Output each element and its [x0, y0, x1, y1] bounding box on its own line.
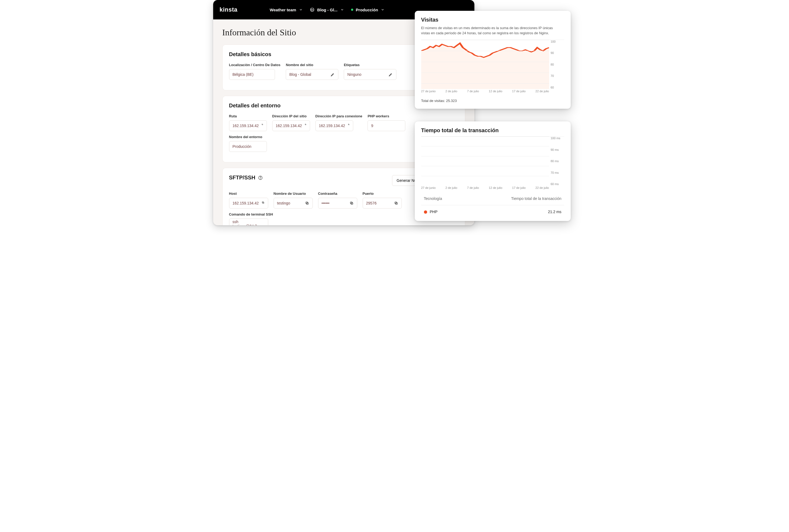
xtick: 27 de junio: [421, 186, 436, 192]
pencil-icon[interactable]: [331, 72, 335, 77]
xtick: 2 de julio: [446, 90, 457, 95]
tags-field[interactable]: Ninguno: [344, 69, 396, 80]
ytick: 70 ms: [551, 171, 564, 174]
tags-value: Ninguno: [347, 72, 361, 77]
env-selector-label: Producción: [356, 7, 378, 12]
xtick: 17 de julio: [512, 186, 526, 192]
ytick: 70: [551, 74, 564, 77]
xtick: 17 de julio: [512, 90, 526, 95]
row-name: PHP: [430, 210, 438, 214]
transaction-table-row: PHP 21.2 ms: [421, 205, 564, 215]
connip-field: 162.159.134.42: [316, 120, 353, 131]
ytick: 90: [551, 51, 564, 55]
chevron-down-icon: [299, 8, 303, 12]
transaction-title: Tiempo total de la transacción: [421, 127, 564, 134]
env-selector[interactable]: Producción: [351, 7, 385, 12]
legend-swatch-icon: [424, 210, 427, 214]
connip-label: Dirección IP para conexione: [316, 114, 362, 118]
visits-yaxis: 10090807060: [551, 40, 564, 89]
xtick: 7 de julio: [467, 90, 479, 95]
user-value: testingo: [277, 201, 290, 205]
sshcmd-field: ssh testingo@34.7...: [229, 218, 268, 225]
host-label: Host: [229, 192, 268, 195]
copy-icon[interactable]: [350, 201, 354, 205]
copy-icon[interactable]: [305, 124, 306, 128]
copy-icon[interactable]: [394, 201, 398, 205]
workers-label: PHP workers: [368, 114, 405, 118]
team-selector-label: Weather team: [270, 7, 296, 12]
panel-transaction: Tiempo total de la transacción 100 ms90 …: [415, 121, 571, 221]
svg-point-8: [260, 178, 261, 179]
ytick: 60: [551, 86, 564, 89]
copy-icon[interactable]: [261, 201, 265, 205]
tags-label: Etiquetas: [344, 63, 396, 67]
connip-value: 162.159.134.42: [319, 124, 345, 128]
user-label: Nombre de Usuario: [274, 192, 313, 195]
sshcmd-label: Comando de terminal SSH: [229, 212, 273, 216]
pass-value: ••••••: [322, 201, 330, 205]
sitename-label: Nombre del sitio: [286, 63, 338, 67]
xtick: 22 de julio: [536, 186, 549, 192]
user-field: testingo: [274, 198, 313, 209]
envname-field: Producción: [229, 141, 267, 152]
siteip-value: 162.159.134.42: [276, 124, 302, 128]
chevron-down-icon: [381, 8, 384, 12]
ytick: 80: [551, 63, 564, 66]
visits-xaxis: 27 de junio2 de julio7 de julio12 de jul…: [421, 90, 549, 95]
transaction-table-header: Tecnología Tiempo total de la transacció…: [421, 192, 564, 205]
transaction-bars: [421, 136, 549, 186]
col-time: Tiempo total de la transacción: [511, 196, 561, 201]
panel-visits: Visitas El número de visitas en un mes d…: [415, 11, 571, 109]
xtick: 12 de julio: [489, 90, 502, 95]
ytick: 100 ms: [551, 136, 564, 140]
copy-icon[interactable]: [261, 124, 263, 128]
visits-total: Total de visitas: 25.323: [421, 99, 564, 103]
workers-field: 9: [368, 120, 405, 131]
row-time: 21.2 ms: [548, 210, 562, 214]
ytick: 100: [551, 40, 564, 43]
ytick: 80 ms: [551, 159, 564, 163]
sitename-field[interactable]: Blog - Global: [286, 69, 338, 80]
visits-subtitle: El número de visitas en un mes determina…: [421, 26, 562, 36]
site-selector-label: Blog - Gl...: [317, 7, 338, 12]
status-dot-icon: [351, 8, 353, 11]
pencil-icon[interactable]: [389, 72, 393, 77]
xtick: 7 de julio: [467, 186, 479, 192]
xtick: 12 de julio: [489, 186, 502, 192]
host-field: 162.159.134.42: [229, 198, 268, 209]
ytick: 90 ms: [551, 148, 564, 151]
sitename-value: Blog - Global: [289, 72, 311, 77]
transaction-yaxis: 100 ms90 ms80 ms70 ms60 ms: [551, 136, 564, 186]
visits-chart: 10090807060 27 de junio2 de julio7 de ju…: [421, 40, 564, 95]
location-field: Bélgica (BE): [229, 69, 275, 80]
ytick: 60 ms: [551, 183, 564, 186]
port-value: 29576: [366, 201, 377, 205]
host-value: 162.159.134.42: [232, 201, 259, 205]
transaction-xaxis: 27 de junio2 de julio7 de julio12 de jul…: [421, 186, 549, 192]
chevron-down-icon: [340, 8, 344, 12]
brand-logo: kinsta: [220, 6, 263, 13]
xtick: 27 de junio: [421, 90, 436, 95]
col-tech: Tecnología: [424, 196, 442, 201]
copy-icon[interactable]: [348, 124, 350, 128]
path-field: 162.159.134.42: [229, 120, 267, 131]
envname-label: Nombre del entorno: [229, 135, 267, 139]
site-selector[interactable]: Blog - Gl...: [310, 7, 344, 12]
xtick: 22 de julio: [536, 90, 549, 95]
copy-icon[interactable]: [305, 201, 309, 205]
siteip-field: 162.159.134.42: [272, 120, 310, 131]
card-sftp-title: SFTP/SSH: [229, 174, 256, 181]
path-value: 162.159.134.42: [232, 124, 259, 128]
port-field: 29576: [363, 198, 402, 209]
visits-title: Visitas: [421, 17, 564, 23]
envname-value: Producción: [232, 144, 251, 149]
location-value: Bélgica (BE): [232, 72, 253, 77]
path-label: Ruta: [229, 114, 267, 118]
transaction-chart: 100 ms90 ms80 ms70 ms60 ms 27 de junio2 …: [421, 136, 564, 192]
team-selector[interactable]: Weather team: [270, 7, 303, 12]
help-icon[interactable]: [258, 175, 263, 180]
location-label: Localizaciòn / Centro De Datos: [229, 63, 281, 67]
sshcmd-value: ssh testingo@34.7...: [232, 220, 265, 225]
wordpress-icon: [310, 7, 315, 12]
pass-label: Contraseña: [318, 192, 357, 195]
